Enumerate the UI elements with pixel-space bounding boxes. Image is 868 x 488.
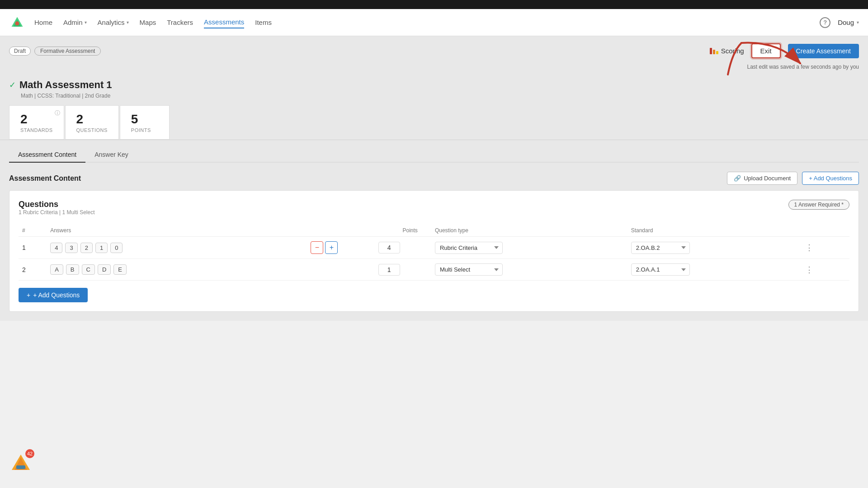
upload-icon: 🔗	[734, 175, 741, 182]
content-area: Assessment Content Answer Key Assessment…	[0, 140, 868, 321]
increment-button-1[interactable]: +	[325, 241, 338, 254]
col-num: #	[19, 225, 47, 237]
stepper-group-1: − +	[311, 241, 338, 254]
bar1-icon	[710, 48, 712, 54]
navbar-right: ? Doug ▾	[820, 17, 859, 28]
questions-header: Questions 1 Rubric Criteria | 1 Multi Se…	[19, 200, 849, 223]
points-input-1[interactable]	[378, 242, 400, 253]
row1-num: 1	[19, 237, 47, 259]
tabs-row: Assessment Content Answer Key	[9, 140, 859, 163]
row2-num: 2	[19, 259, 47, 281]
analytics-chevron-icon: ▾	[127, 20, 129, 25]
nav-maps[interactable]: Maps	[140, 17, 156, 28]
row2-type: Multi Select	[431, 259, 627, 281]
breadcrumb-row: Draft Formative Assessment Scoring Exit …	[9, 43, 859, 58]
last-saved-text: Last edit was saved a few seconds ago by…	[9, 64, 859, 70]
table-row: 2 A B C D E	[19, 259, 849, 281]
tab-assessment-content[interactable]: Assessment Content	[9, 147, 85, 163]
col-answers: Answers	[47, 225, 347, 237]
assessment-title-row: ✓ Math Assessment 1	[9, 74, 859, 91]
add-questions-button[interactable]: + + Add Questions	[19, 288, 88, 302]
user-chevron-icon: ▾	[857, 20, 859, 25]
bar3-icon	[716, 51, 718, 54]
plus-icon: +	[27, 291, 30, 299]
row1-menu: ⋮	[800, 237, 849, 259]
assessment-subtitle: Math | CCSS: Traditional | 2nd Grade	[21, 93, 859, 99]
questions-subtitle: 1 Rubric Criteria | 1 Multi Select	[19, 209, 95, 216]
chip-2: 2	[80, 243, 93, 253]
standard-select-2[interactable]: 2.OA.A.1	[631, 263, 690, 276]
breadcrumb-tags: Draft Formative Assessment	[9, 47, 101, 56]
add-questions-outline-button[interactable]: + Add Questions	[802, 172, 859, 185]
decrement-button-1[interactable]: −	[311, 241, 323, 254]
table-row: 1 4 3 2 1 0 − +	[19, 237, 849, 259]
section-actions: 🔗 Upload Document + Add Questions	[727, 172, 859, 185]
scoring-button[interactable]: Scoring	[710, 47, 744, 55]
questions-title: Questions	[19, 200, 95, 209]
table-header-row: # Answers Points Question type Standard	[19, 225, 849, 237]
row1-points	[347, 237, 431, 259]
navbar: Home Admin ▾ Analytics ▾ Maps Trackers A…	[0, 9, 868, 36]
tab-answer-key[interactable]: Answer Key	[85, 147, 137, 163]
assessment-title: Math Assessment 1	[19, 79, 112, 91]
col-question-type: Question type	[431, 225, 627, 237]
chip-c: C	[82, 264, 95, 275]
row2-points	[347, 259, 431, 281]
row1-answers: 4 3 2 1 0 − +	[47, 237, 347, 259]
app-logo[interactable]	[9, 14, 25, 31]
admin-chevron-icon: ▾	[85, 20, 87, 25]
col-actions	[800, 225, 849, 237]
formative-tag[interactable]: Formative Assessment	[34, 47, 101, 56]
nav-analytics[interactable]: Analytics ▾	[98, 17, 129, 28]
nav-items[interactable]: Items	[255, 17, 272, 28]
stat-points: 5 POINTS	[120, 105, 170, 140]
help-icon[interactable]: ?	[820, 17, 830, 28]
header-actions: Scoring Exit Create Assessment	[710, 43, 859, 58]
standard-select-1[interactable]: 2.OA.B.2	[631, 242, 690, 254]
section-header: Assessment Content 🔗 Upload Document + A…	[9, 172, 859, 185]
answer-required-badge: 1 Answer Required *	[788, 200, 849, 210]
chip-d: D	[98, 264, 111, 275]
col-points: Points	[347, 225, 431, 237]
user-menu[interactable]: Doug ▾	[838, 19, 859, 26]
questions-table: # Answers Points Question type Standard …	[19, 225, 849, 281]
check-icon: ✓	[9, 80, 16, 90]
page-header: Draft Formative Assessment Scoring Exit …	[0, 36, 868, 140]
create-assessment-button[interactable]: Create Assessment	[788, 44, 859, 58]
nav-assessments[interactable]: Assessments	[204, 16, 244, 28]
chip-a: A	[50, 264, 63, 275]
nav-admin[interactable]: Admin ▾	[63, 17, 87, 28]
row2-menu: ⋮	[800, 259, 849, 281]
stat-info-icon[interactable]: ⓘ	[55, 109, 60, 117]
questions-card: Questions 1 Rubric Criteria | 1 Multi Se…	[9, 190, 859, 312]
row1-chips: 4 3 2 1 0	[50, 243, 123, 253]
chip-b: B	[66, 264, 79, 275]
chip-4: 4	[50, 243, 62, 253]
svg-point-2	[15, 21, 19, 25]
exit-button[interactable]: Exit	[751, 43, 781, 58]
question-type-select-2[interactable]: Multi Select	[435, 263, 503, 276]
bar2-icon	[713, 50, 715, 54]
draft-tag[interactable]: Draft	[9, 47, 31, 56]
chip-0: 0	[110, 243, 123, 253]
row-menu-icon-2[interactable]: ⋮	[803, 263, 815, 276]
nav-home[interactable]: Home	[34, 17, 52, 28]
row2-chips: A B C D E	[50, 264, 343, 275]
section-title: Assessment Content	[9, 174, 81, 183]
scoring-icon	[710, 48, 718, 54]
upload-document-button[interactable]: 🔗 Upload Document	[727, 172, 797, 185]
row1-standard: 2.OA.B.2	[627, 237, 800, 259]
points-input-2[interactable]	[378, 264, 400, 276]
nav-links: Home Admin ▾ Analytics ▾ Maps Trackers A…	[34, 16, 820, 28]
row-menu-icon-1[interactable]: ⋮	[803, 241, 815, 254]
stat-standards: ⓘ 2 STANDARDS	[9, 105, 64, 140]
row2-standard: 2.OA.A.1	[627, 259, 800, 281]
chip-e: E	[113, 264, 127, 275]
col-standard: Standard	[627, 225, 800, 237]
nav-trackers[interactable]: Trackers	[167, 17, 193, 28]
row2-answers: A B C D E	[47, 259, 347, 281]
chip-3: 3	[65, 243, 77, 253]
question-type-select-1[interactable]: Rubric Criteria	[435, 242, 503, 254]
chip-1: 1	[95, 243, 108, 253]
stat-questions: 2 QUESTIONS	[65, 105, 119, 140]
